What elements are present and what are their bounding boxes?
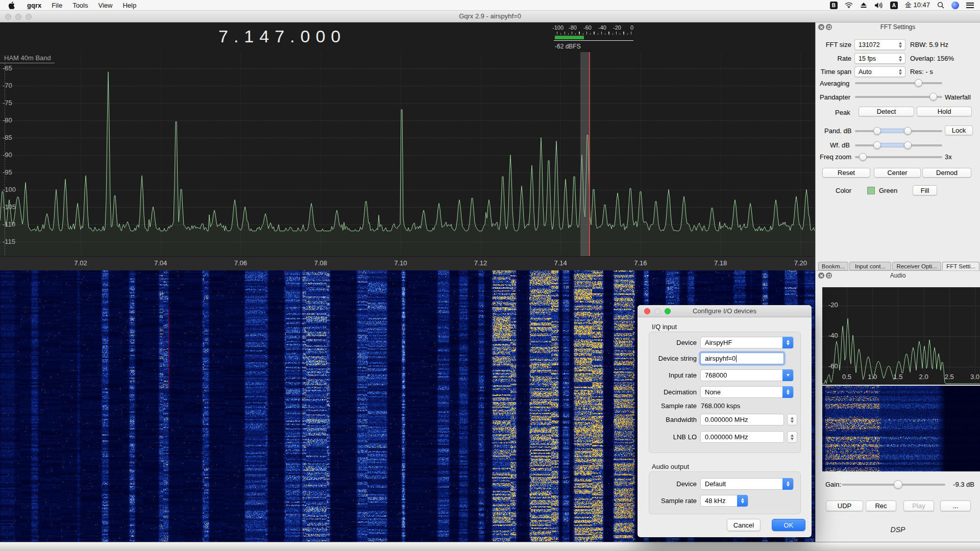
reset-button[interactable]: Reset <box>822 168 870 178</box>
meter-tick-label: -80 <box>569 24 577 31</box>
rate-combo[interactable]: 15 fps <box>854 53 905 64</box>
averaging-label: Averaging <box>820 80 849 87</box>
signal-meter-ticks <box>557 32 632 35</box>
range-thumb-high[interactable] <box>904 127 912 135</box>
dialog-title: Configure I/O devices <box>638 307 812 315</box>
audio-waterfall[interactable] <box>822 386 980 471</box>
dialog-title-bar[interactable]: Configure I/O devices <box>638 305 812 317</box>
text-caret <box>736 355 737 362</box>
notification-center-icon[interactable] <box>966 3 974 8</box>
more-button[interactable]: ... <box>940 500 971 511</box>
apple-menu[interactable] <box>0 0 22 11</box>
stepper-icon[interactable] <box>897 68 903 76</box>
rate-label: Rate <box>816 55 851 62</box>
demod-button[interactable]: Demod <box>922 168 971 178</box>
meter-tick-label: -40 <box>598 24 606 31</box>
stepper-icon[interactable] <box>782 478 793 490</box>
siri-icon[interactable] <box>951 2 959 9</box>
device-combo[interactable]: AirspyHF <box>700 337 794 348</box>
apple-icon <box>8 2 15 9</box>
backblaze-icon[interactable]: B <box>830 2 838 9</box>
stepper-icon[interactable] <box>782 337 793 348</box>
window-title: Gqrx 2.9 - airspyhf=0 <box>0 12 980 20</box>
peak-detect-button[interactable]: Detect <box>859 107 914 116</box>
volume-icon[interactable] <box>874 2 883 9</box>
freq-zoom-slider[interactable] <box>855 156 942 158</box>
time-span-combo[interactable]: Auto <box>854 66 905 77</box>
peak-hold-button[interactable]: Hold <box>917 107 972 116</box>
fft-size-label: FFT size <box>816 41 851 48</box>
fft-size-combo[interactable]: 131072 <box>854 39 905 50</box>
range-thumb-low[interactable] <box>873 127 881 135</box>
ok-button[interactable]: OK <box>772 519 805 531</box>
play-button[interactable]: Play <box>903 500 934 511</box>
audio-spectrum-plot[interactable]: -20-40-60 0.51.01.52.02.53.0 <box>822 287 980 385</box>
color-value: Green <box>879 187 897 194</box>
sample-rate-label: Sample rate <box>638 402 697 410</box>
audio-spectrum-trace <box>822 287 980 385</box>
menu-file[interactable]: File <box>46 0 67 11</box>
input-source-icon[interactable]: A <box>890 2 898 9</box>
out-rate-combo[interactable]: 48 kHz <box>700 495 748 507</box>
dropdown-icon[interactable] <box>782 369 793 381</box>
menu-clock[interactable]: 金 10:47 <box>905 1 930 10</box>
lock-button[interactable]: Lock <box>945 126 973 135</box>
pandapter-spectrum[interactable]: 7.147.000 -100-80-60-40-200 -62 dBFS HAM… <box>0 22 815 270</box>
wifi-icon[interactable] <box>845 2 853 8</box>
bandwidth-input[interactable]: 0.000000 MHz <box>700 414 784 425</box>
frequency-display[interactable]: 7.147.000 <box>218 27 346 46</box>
stepper-icon[interactable] <box>782 386 793 398</box>
menu-view[interactable]: View <box>93 0 117 11</box>
demod-tuning-line[interactable] <box>589 52 590 270</box>
overlap-info: Overlap: 156% <box>910 55 954 62</box>
gain-slider[interactable] <box>842 484 945 486</box>
pand-db-range-slider[interactable] <box>855 130 942 132</box>
decimation-combo[interactable]: None <box>700 386 794 398</box>
range-thumb-low[interactable] <box>873 141 881 149</box>
tab-bookmarks[interactable]: Bookm... <box>818 262 848 270</box>
out-device-label: Device <box>638 480 697 488</box>
menu-app-name[interactable]: gqrx <box>22 0 46 11</box>
pandapter-split-slider[interactable] <box>855 96 942 98</box>
device-string-input[interactable]: airspyhf=0 <box>700 353 784 364</box>
x-axis-tick-label: 7.14 <box>554 259 567 267</box>
slider-thumb[interactable] <box>859 153 867 161</box>
slider-thumb[interactable] <box>894 480 902 489</box>
menu-tools[interactable]: Tools <box>67 0 93 11</box>
input-rate-label: Input rate <box>638 371 697 379</box>
menu-help[interactable]: Help <box>117 0 141 11</box>
wf-db-range-slider[interactable] <box>855 144 942 146</box>
rec-button[interactable]: Rec <box>866 500 896 511</box>
cancel-button[interactable]: Cancel <box>727 519 761 531</box>
stepper-icon[interactable] <box>897 41 903 49</box>
bottom-edge <box>0 542 980 551</box>
spectrum-trace[interactable] <box>0 53 815 256</box>
range-thumb-high[interactable] <box>904 141 912 149</box>
signal-meter-baseline <box>554 40 633 41</box>
tab-fft-settings[interactable]: FFT Setti... <box>942 262 979 270</box>
eject-icon[interactable] <box>860 2 867 8</box>
signal-meter-reading: -62 dBFS <box>555 43 581 50</box>
tab-input-controls[interactable]: Input cont... <box>849 262 891 270</box>
lnb-lo-stepper[interactable] <box>787 431 797 443</box>
x-axis-tick-label: 7.16 <box>634 259 647 267</box>
stepper-icon[interactable] <box>897 55 903 63</box>
out-device-combo[interactable]: Default <box>700 478 794 490</box>
udp-button[interactable]: UDP <box>826 500 863 511</box>
window-title-bar[interactable]: Gqrx 2.9 - airspyhf=0 <box>0 11 980 22</box>
res-info: Res: - s <box>910 68 933 76</box>
color-swatch[interactable] <box>867 187 875 194</box>
averaging-slider[interactable] <box>855 82 942 84</box>
lnb-lo-label: LNB LO <box>638 433 697 441</box>
slider-thumb[interactable] <box>929 93 937 101</box>
fill-button[interactable]: Fill <box>913 185 937 195</box>
stepper-icon[interactable] <box>737 495 748 507</box>
input-rate-combo[interactable]: 768000 <box>700 369 794 381</box>
tab-receiver-options[interactable]: Receiver Opti... <box>892 262 941 270</box>
slider-thumb[interactable] <box>915 79 922 87</box>
center-button[interactable]: Center <box>874 168 921 178</box>
x-axis-tick-label: 7.20 <box>794 259 807 267</box>
lnb-lo-input[interactable]: 0.000000 MHz <box>700 431 784 443</box>
spotlight-icon[interactable] <box>937 2 944 9</box>
bandwidth-stepper[interactable] <box>787 414 797 425</box>
